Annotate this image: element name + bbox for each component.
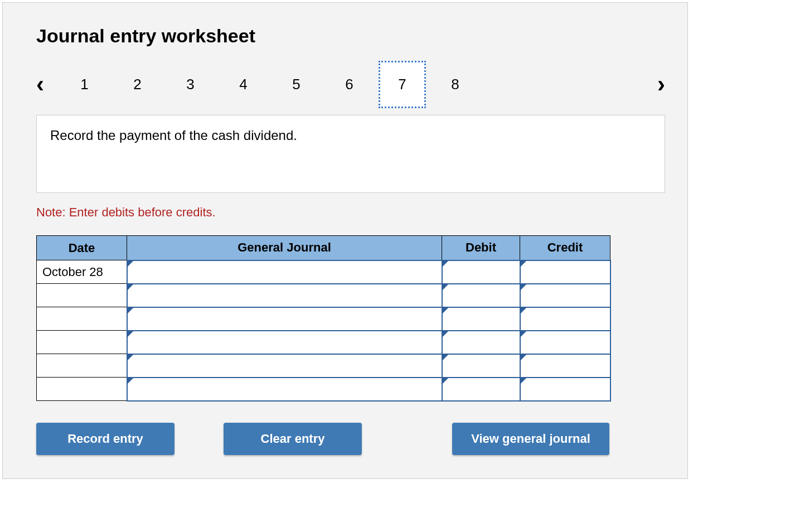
table-row: [37, 307, 610, 331]
gj-cell[interactable]: [127, 307, 442, 331]
debit-cell[interactable]: [442, 378, 520, 401]
debit-cell[interactable]: [442, 307, 520, 331]
worksheet-inner: Journal entry worksheet ‹ 12345678 › Rec…: [3, 3, 687, 472]
table-row: [37, 331, 610, 354]
step-5[interactable]: 5: [273, 61, 320, 107]
header-date: Date: [37, 236, 127, 260]
debit-cell[interactable]: [442, 331, 520, 354]
gj-cell[interactable]: [127, 354, 442, 378]
step-list: 12345678: [61, 61, 484, 108]
date-cell[interactable]: [37, 354, 127, 378]
date-cell[interactable]: October 28: [37, 260, 127, 284]
step-2[interactable]: 2: [114, 61, 161, 107]
debit-cell[interactable]: [442, 260, 520, 284]
step-nav: ‹ 12345678 ›: [36, 61, 665, 107]
table-row: [37, 284, 610, 307]
worksheet-panel: Journal entry worksheet ‹ 12345678 › Rec…: [2, 2, 688, 479]
instruction-text: Record the payment of the cash dividend.: [50, 128, 297, 143]
header-debit: Debit: [442, 236, 520, 260]
debit-cell[interactable]: [442, 354, 520, 378]
step-4[interactable]: 4: [220, 61, 267, 107]
date-cell[interactable]: [37, 378, 127, 401]
table-row: October 28: [37, 260, 610, 284]
gj-cell[interactable]: [127, 260, 442, 284]
journal-entry-table: DateGeneral JournalDebitCreditOctober 28: [36, 235, 611, 402]
step-1[interactable]: 1: [61, 61, 108, 107]
note-text: Note: Enter debits before credits.: [36, 205, 665, 220]
instruction-box: Record the payment of the cash dividend.: [36, 115, 665, 193]
clear-entry-button[interactable]: Clear entry: [224, 423, 362, 455]
step-7[interactable]: 7: [379, 61, 426, 108]
chevron-right-icon[interactable]: ›: [657, 72, 665, 96]
credit-cell[interactable]: [520, 260, 610, 284]
debit-cell[interactable]: [442, 284, 520, 307]
credit-cell[interactable]: [520, 378, 610, 401]
header-gj: General Journal: [127, 236, 442, 260]
gj-cell[interactable]: [127, 331, 442, 354]
step-3[interactable]: 3: [167, 61, 214, 107]
credit-cell[interactable]: [520, 331, 610, 354]
table-row: [37, 378, 610, 401]
step-6[interactable]: 6: [326, 61, 373, 107]
date-cell[interactable]: [37, 284, 127, 307]
record-entry-button[interactable]: Record entry: [36, 423, 174, 455]
header-credit: Credit: [520, 236, 610, 260]
date-cell[interactable]: [37, 331, 127, 354]
credit-cell[interactable]: [520, 284, 610, 307]
gj-cell[interactable]: [127, 284, 442, 307]
table-row: [37, 354, 610, 378]
date-cell[interactable]: [37, 307, 127, 331]
credit-cell[interactable]: [520, 307, 610, 331]
step-8[interactable]: 8: [432, 61, 479, 107]
button-row: Record entry Clear entry View general jo…: [36, 423, 609, 455]
gj-cell[interactable]: [127, 378, 442, 401]
credit-cell[interactable]: [520, 354, 610, 378]
chevron-left-icon[interactable]: ‹: [36, 72, 44, 96]
view-general-journal-button[interactable]: View general journal: [452, 423, 609, 455]
page-title: Journal entry worksheet: [36, 25, 665, 47]
